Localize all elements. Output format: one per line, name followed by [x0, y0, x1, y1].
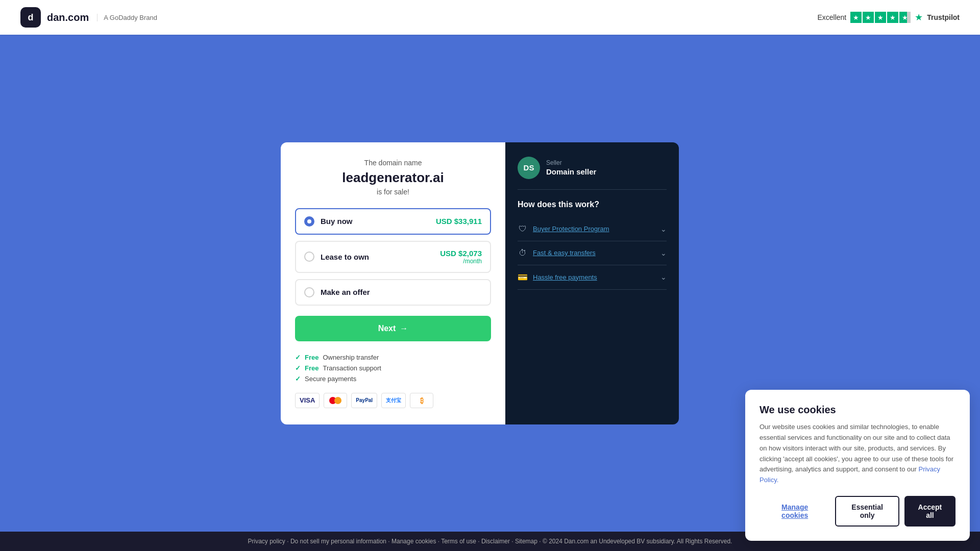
chevron-down-icon-2: ⌄	[660, 249, 667, 257]
accordion-fast-transfers[interactable]: ⏱ Fast & easy transfers ⌄	[518, 241, 667, 265]
feature-list: ✓ Free Ownership transfer ✓ Free Transac…	[295, 354, 491, 383]
lease-to-own-option[interactable]: Lease to own USD $2,073 /month	[295, 241, 491, 273]
sitemap-link[interactable]: Sitemap	[515, 538, 537, 545]
seller-role: Seller	[546, 159, 596, 166]
do-not-sell-link[interactable]: Do not sell my personal information	[290, 538, 386, 545]
godaddy-brand: A GoDaddy Brand	[97, 14, 157, 21]
trustpilot-area: Excellent ★ ★ ★ ★ ★ ★ Trustpilot	[817, 12, 960, 23]
seller-avatar: DS	[518, 157, 540, 179]
domain-name: leadgenerator.ai	[295, 170, 491, 186]
trustpilot-stars: ★ ★ ★ ★ ★	[850, 12, 911, 23]
buy-now-radio	[304, 216, 314, 227]
seller-area: DS Seller Domain seller	[518, 157, 667, 190]
next-arrow-icon: →	[400, 324, 408, 333]
hassle-free-label: Hassle free payments	[533, 273, 597, 281]
seller-initials: DS	[524, 163, 534, 172]
lease-to-own-price: USD $2,073	[440, 249, 482, 258]
next-button[interactable]: Next →	[295, 316, 491, 341]
feature-transaction: ✓ Free Transaction support	[295, 364, 491, 372]
crypto-icon: ₿	[410, 393, 433, 408]
make-offer-label: Make an offer	[321, 288, 482, 296]
manage-cookies-button[interactable]: Manage cookies	[760, 496, 830, 527]
feature-text-3: Secure payments	[305, 375, 356, 383]
seller-card: DS Seller Domain seller How does this wo…	[505, 142, 679, 424]
feature-ownership: ✓ Free Ownership transfer	[295, 354, 491, 361]
buy-now-label: Buy now	[321, 217, 436, 226]
buy-now-price-block: USD $33,911	[436, 217, 482, 226]
cookie-buttons: Manage cookies Essential only Accept all	[760, 496, 955, 527]
seller-name: Domain seller	[546, 167, 596, 176]
dan-logo-icon: d	[20, 7, 41, 28]
buy-now-option[interactable]: Buy now USD $33,911	[295, 208, 491, 235]
terms-of-use-link[interactable]: Terms of use	[441, 538, 476, 545]
accept-all-button[interactable]: Accept all	[904, 496, 955, 527]
cookie-banner: We use cookies Our website uses cookies …	[745, 390, 970, 541]
payment-card-icon: 💳	[518, 272, 528, 282]
accordion-left-3: 💳 Hassle free payments	[518, 272, 597, 282]
shield-icon: 🛡	[518, 224, 528, 234]
star-4: ★	[887, 12, 898, 23]
buyer-protection-label: Buyer Protection Program	[533, 225, 609, 233]
feature-secure: ✓ Secure payments	[295, 375, 491, 383]
star-3: ★	[875, 12, 886, 23]
alipay-icon: 支付宝	[381, 393, 406, 408]
purchase-card: The domain name leadgenerator.ai is for …	[281, 142, 505, 424]
paypal-icon: PayPal	[351, 393, 377, 408]
fast-transfers-label: Fast & easy transfers	[533, 249, 596, 257]
accordion-hassle-free[interactable]: 💳 Hassle free payments ⌄	[518, 265, 667, 290]
trustpilot-label: Excellent	[817, 13, 846, 21]
star-2: ★	[863, 12, 874, 23]
make-offer-radio	[304, 287, 314, 297]
feature-free-2: Free	[305, 364, 318, 372]
next-button-label: Next	[378, 324, 396, 333]
star-5: ★	[899, 12, 911, 23]
buy-now-price: USD $33,911	[436, 217, 482, 226]
for-sale-text: is for sale!	[295, 188, 491, 196]
lease-to-own-price-block: USD $2,073 /month	[440, 249, 482, 265]
accordion-left-1: 🛡 Buyer Protection Program	[518, 224, 609, 234]
how-works-title: How does this work?	[518, 200, 667, 209]
disclaimer-link[interactable]: Disclaimer	[481, 538, 510, 545]
lease-to-own-label: Lease to own	[321, 253, 440, 261]
accordion-buyer-protection[interactable]: 🛡 Buyer Protection Program ⌄	[518, 217, 667, 241]
check-icon-3: ✓	[295, 375, 301, 383]
logo-area: d dan.com A GoDaddy Brand	[20, 7, 157, 28]
footer-text: Privacy policy · Do not sell my personal…	[248, 538, 732, 545]
cookie-body: Our website uses cookies and similar tec…	[760, 422, 955, 486]
lease-to-own-radio	[304, 252, 314, 262]
check-icon-1: ✓	[295, 354, 301, 361]
check-icon-2: ✓	[295, 364, 301, 372]
privacy-policy-link[interactable]: Privacy policy	[248, 538, 285, 545]
logo-text: dan.com	[47, 12, 89, 23]
domain-label: The domain name	[295, 159, 491, 167]
make-offer-option[interactable]: Make an offer	[295, 279, 491, 306]
mastercard-icon	[324, 393, 347, 408]
payment-icons: VISA PayPal 支付宝 ₿	[295, 393, 491, 408]
star-1: ★	[850, 12, 862, 23]
seller-info: Seller Domain seller	[546, 159, 596, 176]
card-container: The domain name leadgenerator.ai is for …	[281, 142, 699, 424]
trustpilot-logo: Trustpilot	[927, 13, 960, 21]
visa-icon: VISA	[295, 393, 320, 408]
manage-cookies-footer-link[interactable]: Manage cookies	[391, 538, 436, 545]
accordion-left-2: ⏱ Fast & easy transfers	[518, 248, 596, 258]
chevron-down-icon-1: ⌄	[660, 225, 667, 233]
feature-free-1: Free	[305, 354, 318, 361]
lease-to-own-price-sub: /month	[440, 258, 482, 265]
clock-icon: ⏱	[518, 248, 528, 258]
mc-right	[334, 397, 341, 404]
feature-text-2: Transaction support	[323, 364, 381, 372]
chevron-down-icon-3: ⌄	[660, 273, 667, 281]
header: d dan.com A GoDaddy Brand Excellent ★ ★ …	[0, 0, 980, 35]
trustpilot-star-icon: ★	[915, 12, 923, 23]
essential-only-button[interactable]: Essential only	[835, 496, 899, 527]
cookie-title: We use cookies	[760, 404, 955, 416]
feature-text-1: Ownership transfer	[323, 354, 379, 361]
